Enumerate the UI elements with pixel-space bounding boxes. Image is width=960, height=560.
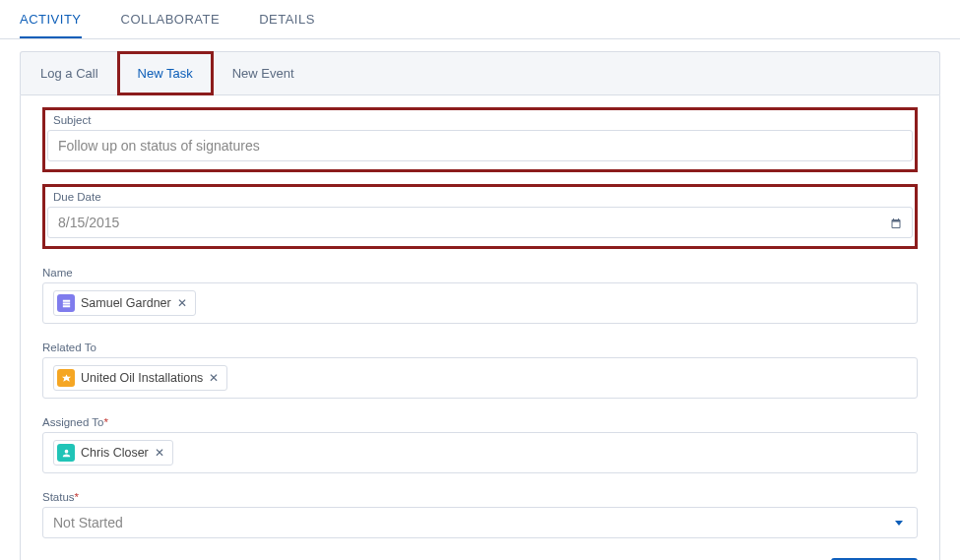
top-tabs: ACTIVITY COLLABORATE DETAILS xyxy=(0,0,960,39)
required-mark: * xyxy=(103,416,107,428)
duedate-input[interactable]: 8/15/2015 xyxy=(47,207,913,238)
name-pill-label: Samuel Gardner xyxy=(81,296,171,310)
subtab-new-event[interactable]: New Event xyxy=(213,52,314,94)
relatedto-pill-label: United Oil Installations xyxy=(81,371,203,385)
assignedto-pill[interactable]: Chris Closer ✕ xyxy=(53,440,173,466)
name-pill[interactable]: Samuel Gardner ✕ xyxy=(53,290,196,316)
subtab-log-call[interactable]: Log a Call xyxy=(21,52,118,94)
tab-details[interactable]: DETAILS xyxy=(259,12,315,38)
user-icon xyxy=(57,444,75,462)
assignedto-pill-remove-icon[interactable]: ✕ xyxy=(155,447,164,459)
field-status: Status* Not Started xyxy=(42,491,918,538)
label-subject: Subject xyxy=(53,114,913,126)
label-duedate: Due Date xyxy=(53,191,913,203)
label-status: Status* xyxy=(42,491,918,503)
sub-tabs: Log a Call New Task New Event xyxy=(20,51,940,94)
highlight-duedate: Due Date 8/15/2015 xyxy=(42,184,918,249)
tab-collaborate[interactable]: COLLABORATE xyxy=(121,12,221,38)
subject-value: Follow up on status of signatures xyxy=(58,138,902,154)
assignedto-input[interactable]: Chris Closer ✕ xyxy=(42,432,918,473)
chevron-down-icon xyxy=(895,521,903,526)
relatedto-pill-remove-icon[interactable]: ✕ xyxy=(209,372,219,384)
subtab-new-task[interactable]: New Task xyxy=(118,52,213,94)
form-card: Subject Follow up on status of signature… xyxy=(20,94,940,560)
assignedto-pill-label: Chris Closer xyxy=(81,446,149,460)
duedate-value: 8/15/2015 xyxy=(58,215,890,230)
relatedto-input[interactable]: United Oil Installations ✕ xyxy=(42,357,918,399)
field-name: Name Samuel Gardner ✕ xyxy=(42,267,918,324)
field-relatedto: Related To United Oil Installations ✕ xyxy=(42,342,918,399)
contact-icon xyxy=(57,294,75,312)
relatedto-pill[interactable]: United Oil Installations ✕ xyxy=(53,365,227,391)
tab-activity[interactable]: ACTIVITY xyxy=(20,12,82,38)
label-name: Name xyxy=(42,267,918,279)
name-input[interactable]: Samuel Gardner ✕ xyxy=(42,282,918,324)
required-mark: * xyxy=(75,491,79,503)
label-assignedto: Assigned To* xyxy=(42,416,918,428)
highlight-subject: Subject Follow up on status of signature… xyxy=(42,107,918,172)
status-select[interactable]: Not Started xyxy=(42,507,918,538)
field-subject: Subject Follow up on status of signature… xyxy=(47,114,913,161)
status-value: Not Started xyxy=(53,515,895,530)
calendar-icon[interactable] xyxy=(890,217,902,228)
field-assignedto: Assigned To* Chris Closer ✕ xyxy=(42,416,918,473)
name-pill-remove-icon[interactable]: ✕ xyxy=(177,297,187,309)
subject-input[interactable]: Follow up on status of signatures xyxy=(47,130,913,161)
field-duedate: Due Date 8/15/2015 xyxy=(47,191,913,238)
opportunity-icon xyxy=(57,369,75,387)
label-relatedto: Related To xyxy=(42,342,918,353)
